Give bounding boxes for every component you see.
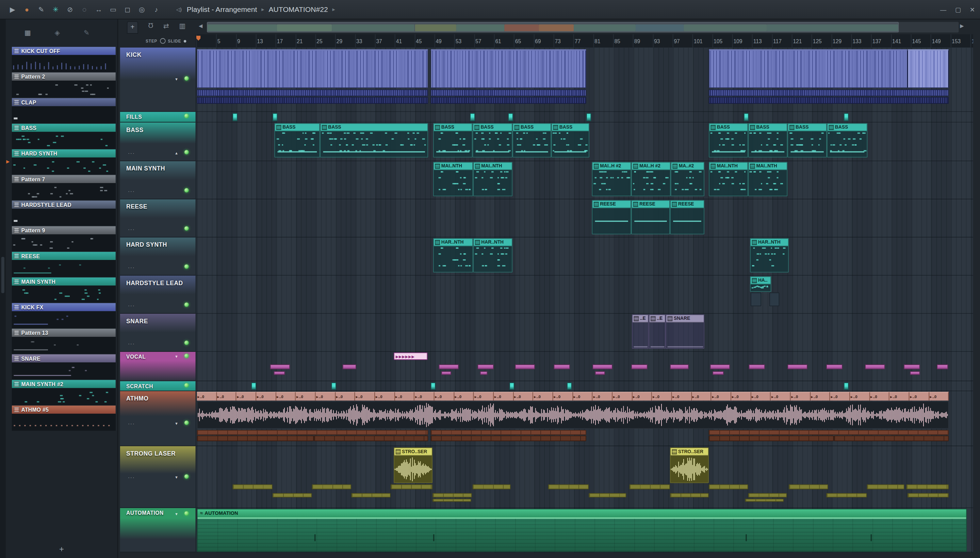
clip-vocal[interactable]: [515, 364, 535, 369]
play-icon[interactable]: ▶: [6, 5, 19, 14]
clip-athmo-mini[interactable]: ▸..0: [256, 392, 276, 401]
clip-strong-laser-sub[interactable]: [232, 484, 272, 489]
pattern-item[interactable]: HARDSTYLE LEAD: [12, 201, 116, 226]
clip-strong-laser-sub[interactable]: [391, 484, 432, 489]
clip-athmo-mini[interactable]: ▸..0: [276, 392, 296, 401]
clip-vocal[interactable]: [865, 364, 885, 369]
paint-icon[interactable]: ✳: [49, 5, 62, 14]
clip-strong-laser-sub[interactable]: [473, 484, 511, 489]
clip-bass[interactable]: BASS: [433, 123, 473, 158]
clip-main-synth[interactable]: MAI..H #2: [631, 162, 671, 196]
pattern-item[interactable]: Pattern 9: [12, 226, 116, 251]
clip-athmo-mini[interactable]: ▸..0: [335, 392, 355, 401]
clip-athmo-mini[interactable]: ▸..0: [751, 392, 771, 401]
clip-fill[interactable]: [586, 113, 591, 121]
clip-reese[interactable]: REESE: [670, 200, 704, 235]
track-header-snare[interactable]: SNARE...: [120, 314, 196, 352]
clip-bass[interactable]: BASS: [512, 123, 551, 158]
clip-fill[interactable]: [744, 113, 749, 121]
mute-led[interactable]: [184, 420, 189, 425]
clip-athmo-mini[interactable]: ▸..0: [692, 392, 711, 401]
clip-strong-laser-sub[interactable]: [745, 499, 784, 502]
pattern-item[interactable]: HARD SYNTH▶: [12, 149, 116, 174]
clip-athmo-mini[interactable]: ▸..0: [711, 392, 731, 401]
clip-bass[interactable]: BASS: [827, 123, 867, 158]
mute-led[interactable]: [184, 341, 189, 345]
mute-led[interactable]: [184, 264, 189, 269]
clip-automation[interactable]: ≈AUTOMATION: [197, 509, 967, 552]
lane-bass[interactable]: BASSBASSBASSBASSBASSBASSBASSBASSBASSBASS: [196, 123, 973, 161]
clip-hard-synth[interactable]: HAR..NTH: [750, 238, 789, 272]
clip-vocal[interactable]: [787, 364, 808, 369]
preview-icon[interactable]: ♪: [150, 6, 163, 13]
clip-strong-laser-sub[interactable]: [630, 484, 670, 489]
clip-kick-sub[interactable]: [430, 89, 586, 96]
clip-kick-pattern[interactable]: [709, 49, 908, 88]
clip-scratch[interactable]: [567, 382, 572, 390]
clip-athmo-mini[interactable]: ▸..0: [494, 392, 514, 401]
step-toggle[interactable]: [159, 38, 165, 44]
hscrollbar-thumb[interactable]: [207, 22, 899, 32]
pattern-item[interactable]: BASS: [12, 124, 116, 149]
magnify-icon[interactable]: ◎: [136, 5, 148, 14]
clip-strong-laser-sub[interactable]: [272, 493, 312, 497]
add-pattern-button[interactable]: +: [59, 544, 64, 554]
clip-kick-sub[interactable]: [709, 89, 949, 96]
mute-led[interactable]: [184, 383, 189, 387]
collapse-chevron-icon[interactable]: ▴: [175, 151, 177, 156]
clip-vocal[interactable]: [631, 364, 648, 369]
clip-fill[interactable]: [232, 113, 238, 121]
clip-athmo-mini[interactable]: ▸..0: [771, 392, 790, 401]
slip-icon[interactable]: ↔: [92, 6, 105, 13]
clip-athmo-mini[interactable]: ▸..0: [414, 392, 434, 401]
track-header-automation[interactable]: AUTOMATION▾: [120, 508, 196, 552]
draw-icon[interactable]: ✎: [35, 5, 48, 14]
clip-athmo-mini[interactable]: ▸..0: [355, 392, 375, 401]
clip-kick-sub[interactable]: [197, 89, 428, 96]
lane-snare[interactable]: ..E..ESNARE: [196, 314, 973, 352]
clip-athmo-mini[interactable]: ▸..0: [573, 392, 593, 401]
clip-hardstyle-lead[interactable]: HA..: [750, 276, 771, 292]
clip-athmo-mini[interactable]: ▸..0: [533, 392, 553, 401]
clip-kick-sub[interactable]: [430, 97, 586, 104]
clip-vocal[interactable]: [270, 364, 290, 369]
clip-athmo-mini[interactable]: ▸..0: [593, 392, 612, 401]
mute-led[interactable]: [184, 114, 189, 118]
lane-automation[interactable]: ≈AUTOMATION: [196, 508, 973, 552]
clip-athmo-mini[interactable]: ▸..0: [553, 392, 573, 401]
clip-vocal[interactable]: [593, 364, 612, 369]
mute-led[interactable]: [184, 226, 189, 231]
pattern-item[interactable]: ATHMO #5: [12, 405, 116, 430]
clip-kick-pattern[interactable]: [908, 49, 949, 88]
clip-athmo-mini[interactable]: ▸..0: [197, 392, 217, 401]
clip-scratch[interactable]: [509, 382, 514, 390]
clip-athmo-mini[interactable]: ▸..0: [395, 392, 414, 401]
clip-athmo-mini[interactable]: ▸..0: [435, 392, 454, 401]
lane-athmo[interactable]: ▸..0▸..0▸..0▸..0▸..0▸..0▸..0▸..0▸..0▸..0…: [196, 391, 973, 446]
collapse-chevron-icon[interactable]: ▾: [175, 421, 177, 426]
pattern-item[interactable]: Pattern 13: [12, 329, 116, 353]
clip-main-synth[interactable]: MAI..NTH: [433, 162, 473, 196]
clip-athmo-mini[interactable]: ▸..0: [474, 392, 494, 401]
lane-hard-synth[interactable]: HAR..NTHHAR..NTHHAR..NTH: [196, 238, 973, 276]
lane-main-synth[interactable]: MAI..NTHMAI..NTHMAI..H #2MAI..H #2MA..#2…: [196, 161, 973, 199]
select-icon[interactable]: ▭: [107, 5, 120, 14]
lane-reese[interactable]: REESEREESEREESE: [196, 199, 973, 238]
track-header-kick[interactable]: KICK▾: [120, 48, 196, 112]
clip-athmo-mini[interactable]: ▸..0: [652, 392, 672, 401]
track-header-athmo[interactable]: ATHMO...▾: [120, 391, 196, 446]
clip-strong-laser-sub[interactable]: [826, 493, 867, 497]
clip-vocal-selected[interactable]: ▶▶▶▶▶▶: [394, 353, 427, 360]
clip-main-synth[interactable]: MAI..NTH: [709, 162, 748, 196]
edit-icon[interactable]: ✎: [84, 29, 90, 37]
clip-scratch[interactable]: [844, 382, 849, 390]
clip-strong-laser-sub[interactable]: [906, 484, 949, 489]
mute-led[interactable]: [184, 76, 189, 80]
clip-scratch[interactable]: [331, 382, 336, 390]
marker-icon[interactable]: ▥: [179, 22, 185, 30]
clip-main-synth[interactable]: MAI..NTH: [473, 162, 512, 196]
clip-strong-laser-sub[interactable]: [432, 493, 472, 497]
track-header-hard-synth[interactable]: HARD SYNTH...: [120, 238, 196, 276]
clip-vocal[interactable]: [438, 364, 459, 369]
pattern-item[interactable]: SNARE: [12, 354, 116, 379]
